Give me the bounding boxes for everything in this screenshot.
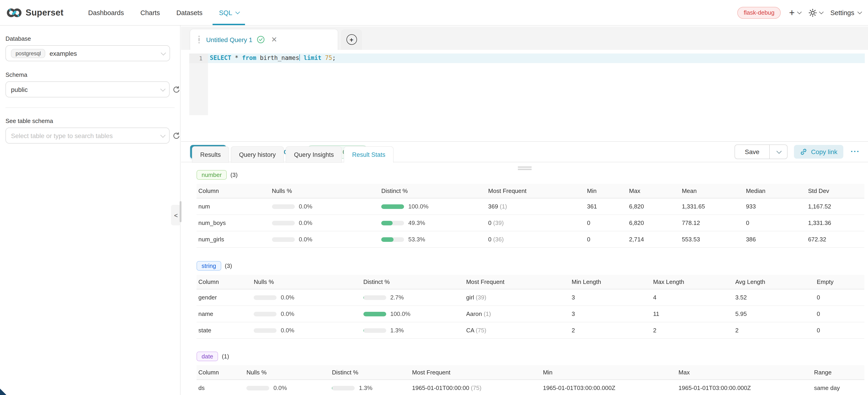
chevron-down-icon — [819, 9, 824, 14]
stats-cell: 0.0% — [252, 306, 362, 322]
column-header[interactable]: Column — [196, 365, 245, 380]
column-header[interactable]: Distinct % — [380, 184, 487, 198]
column-header[interactable]: Nulls % — [245, 365, 330, 380]
column-header[interactable]: Min — [541, 365, 677, 380]
settings-menu[interactable]: Settings — [830, 9, 861, 16]
close-tab-icon[interactable]: ✕ — [271, 36, 277, 43]
column-header[interactable]: Avg Length — [734, 275, 815, 289]
column-header[interactable]: Most Frequent — [464, 275, 570, 289]
column-header[interactable]: Nulls % — [270, 184, 379, 198]
database-engine-tag: postgresql — [11, 49, 45, 58]
chevron-down-icon — [160, 86, 166, 91]
database-select[interactable]: postgresql examples — [5, 45, 170, 61]
line-number: 1 — [189, 54, 208, 63]
stats-cell: 369 (1) — [486, 198, 585, 215]
column-header[interactable]: Max Length — [651, 275, 734, 289]
sidebar-divider — [5, 108, 175, 108]
table-select-placeholder: Select table or type to search tables — [11, 132, 113, 139]
nav-item-datasets[interactable]: Datasets — [170, 0, 209, 25]
percent-bar — [246, 386, 269, 390]
tab-query-history[interactable]: Query history — [231, 146, 284, 163]
new-item-menu[interactable]: + — [789, 8, 800, 18]
nav-item-sql[interactable]: SQL — [213, 0, 245, 25]
type-badge-row: number(3) — [196, 170, 864, 180]
drag-handle-icon[interactable] — [198, 39, 200, 40]
percent-bar — [332, 386, 355, 390]
stats-cell: girl (39) — [464, 289, 570, 306]
column-header[interactable]: Distinct % — [362, 275, 464, 289]
schema-select[interactable]: public — [5, 81, 169, 97]
tab-query-insights[interactable]: Query Insights — [286, 146, 342, 163]
column-header[interactable]: Median — [744, 184, 806, 198]
column-header[interactable]: Min — [585, 184, 627, 198]
stats-row: num0.0%100.0%369 (1)3616,8201,331.659331… — [196, 198, 864, 215]
column-header[interactable]: Range — [812, 365, 864, 380]
stats-cell: 1965-01-01T03:00:00.000Z — [541, 380, 677, 395]
stats-cell: 49.3% — [380, 215, 487, 231]
type-count: (3) — [225, 263, 232, 269]
stats-cell: 0.0% — [245, 380, 330, 395]
stats-cell: 100.0% — [380, 198, 487, 215]
refresh-schemas-button[interactable] — [173, 86, 180, 93]
stats-table: ColumnNulls %Distinct %Most FrequentMin … — [196, 275, 864, 339]
brand-name: Superset — [26, 7, 64, 18]
stats-cell: 11 — [651, 306, 734, 322]
type-badge: string — [196, 261, 221, 271]
stats-cell: 2 — [651, 322, 734, 338]
stats-table: ColumnNulls %Distinct %Most FrequentMinM… — [196, 184, 864, 248]
percent-bar — [381, 204, 404, 209]
theme-menu[interactable] — [808, 8, 822, 17]
column-header[interactable]: Std Dev — [806, 184, 864, 198]
stats-cell: gender — [196, 289, 252, 306]
mouse-cursor — [0, 389, 6, 395]
column-header[interactable]: Min Length — [570, 275, 651, 289]
sql-code-line[interactable]: SELECT * from birth_names limit 75; — [210, 54, 336, 61]
stats-cell: 1.3% — [362, 322, 464, 338]
column-header[interactable]: Mean — [680, 184, 744, 198]
sql-code-editor[interactable]: 1 SELECT * from birth_names limit 75; — [181, 50, 868, 141]
column-header[interactable]: Max — [677, 365, 812, 380]
tab-result-stats[interactable]: Result Stats — [344, 146, 394, 163]
sql-token: 75 — [325, 54, 332, 61]
table-select[interactable]: Select table or type to search tables — [5, 127, 169, 144]
superset-logo[interactable]: Superset — [6, 7, 64, 18]
column-header[interactable]: Empty — [815, 275, 864, 289]
column-header[interactable]: Column — [196, 275, 252, 289]
stats-section-date: date(1)ColumnNulls %Distinct %Most Frequ… — [196, 352, 864, 395]
stats-cell: 0 — [744, 215, 806, 231]
stats-cell: 0 (39) — [486, 215, 585, 231]
stats-cell: 1965-01-01T03:00:00.000Z — [677, 380, 812, 395]
column-header[interactable]: Max — [627, 184, 680, 198]
percent-bar — [272, 237, 294, 242]
superset-sql-lab-window: Superset Dashboards Charts Datasets SQL … — [0, 0, 868, 395]
nav-item-charts[interactable]: Charts — [134, 0, 166, 25]
sql-token: from — [242, 54, 256, 61]
new-query-tab-button[interactable]: + — [346, 34, 357, 45]
stats-cell: num — [196, 198, 270, 215]
column-header[interactable]: Most Frequent — [410, 365, 541, 380]
stats-cell: 1,331.65 — [680, 198, 744, 215]
tab-results[interactable]: Results — [192, 146, 229, 163]
type-badge-row: string(3) — [196, 261, 864, 271]
column-header[interactable]: Column — [196, 184, 270, 198]
superset-infinity-icon — [6, 7, 22, 18]
stats-cell: 1,167.52 — [806, 198, 864, 215]
stats-cell: 53.3% — [380, 231, 487, 248]
panel-scrollbar[interactable] — [180, 201, 182, 222]
column-header[interactable]: Distinct % — [330, 365, 410, 380]
stats-cell: 6,820 — [627, 198, 680, 215]
query-tab[interactable]: Untitled Query 1 ✕ — [190, 29, 338, 50]
nav-item-dashboards[interactable]: Dashboards — [82, 0, 130, 25]
stats-section-string: string(3)ColumnNulls %Distinct %Most Fre… — [196, 261, 864, 339]
percent-bar — [363, 295, 386, 300]
column-header[interactable]: Most Frequent — [486, 184, 585, 198]
chevron-down-icon — [858, 9, 862, 14]
stats-cell: 5.95 — [734, 306, 815, 322]
chevron-down-icon — [797, 9, 802, 14]
refresh-tables-button[interactable] — [173, 132, 180, 139]
column-header[interactable]: Nulls % — [252, 275, 362, 289]
stats-row: gender0.0%2.7%girl (39)343.520 — [196, 289, 864, 306]
sql-token: ; — [332, 54, 336, 61]
stats-cell: CA (75) — [464, 322, 570, 338]
stats-cell: 3 — [570, 289, 651, 306]
